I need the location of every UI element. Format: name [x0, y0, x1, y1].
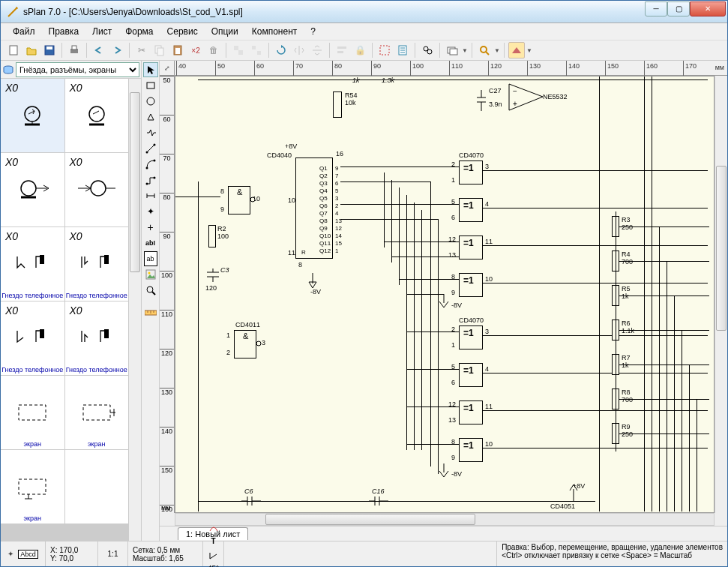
- view-mode-button[interactable]: [508, 42, 525, 58]
- paste-button[interactable]: [169, 42, 186, 58]
- tool-junction[interactable]: +: [143, 220, 158, 235]
- undo-button[interactable]: [91, 42, 107, 58]
- redo-button[interactable]: [109, 42, 125, 58]
- close-button[interactable]: ✕: [690, 2, 726, 16]
- tool-textbox[interactable]: ab: [144, 251, 157, 266]
- svg-rect-41: [104, 329, 109, 338]
- library-selector[interactable]: Гнёзда, разъёмы, экраны: [16, 62, 139, 77]
- svg-rect-40: [40, 329, 44, 338]
- menu-help[interactable]: ?: [304, 25, 322, 38]
- svg-rect-9: [234, 46, 238, 50]
- mirror-v-button[interactable]: [309, 42, 325, 58]
- menu-service[interactable]: Сервис: [161, 25, 204, 38]
- ruler-h-unit: мм: [715, 64, 724, 71]
- layer-dropdown-icon[interactable]: ▼: [462, 47, 468, 54]
- minimize-button[interactable]: ─: [645, 2, 667, 16]
- library-item[interactable]: X0 Гнездо телефонное: [1, 302, 64, 375]
- tool-zoom-area[interactable]: [143, 283, 158, 298]
- search-button[interactable]: [419, 42, 436, 58]
- library-item[interactable]: X0: [1, 153, 64, 226]
- delete-button[interactable]: 🗑: [205, 42, 222, 58]
- sheet-tabs: 1: Новый лист: [160, 526, 727, 541]
- library-item[interactable]: X0: [65, 153, 129, 226]
- svg-point-50: [147, 98, 154, 105]
- mirror-h-button[interactable]: [291, 42, 307, 58]
- menu-component[interactable]: Компонент: [246, 25, 304, 38]
- titlebar[interactable]: sPlan 7.0 - [C:\Users\Jenya\Downloads\St…: [1, 1, 727, 23]
- svg-rect-8: [175, 48, 180, 54]
- ungroup-button[interactable]: [248, 42, 265, 58]
- tool-dimension[interactable]: [143, 188, 158, 203]
- library-item[interactable]: экран: [65, 376, 129, 449]
- tool-pointer[interactable]: [143, 62, 158, 77]
- ruler-horizontal[interactable]: ⤢ 40 50 60 70 80 90 100 110 120 130 140 …: [160, 61, 727, 76]
- svg-rect-15: [380, 46, 389, 55]
- tool-node[interactable]: ✦: [143, 204, 158, 219]
- comp-r2[interactable]: [208, 225, 216, 248]
- new-button[interactable]: [5, 42, 22, 58]
- svg-rect-23: [450, 49, 457, 55]
- canvas-scroll-h[interactable]: [160, 513, 727, 526]
- menu-file[interactable]: Файл: [7, 25, 41, 38]
- tool-wire[interactable]: [143, 172, 158, 188]
- library-item[interactable]: X0 Гнездо телефонное: [1, 227, 64, 301]
- library-item[interactable]: X0: [1, 79, 64, 152]
- library-item[interactable]: X0 Гнездо телефонное: [65, 227, 129, 301]
- maximize-button[interactable]: ▢: [667, 2, 690, 16]
- tool-bezier[interactable]: [143, 157, 158, 172]
- tool-text[interactable]: abI: [143, 236, 158, 250]
- menu-options[interactable]: Опции: [205, 25, 244, 38]
- svg-rect-38: [40, 255, 44, 264]
- ruler-vertical[interactable]: 50 60 70 80 90 100 110 120 130 140 150 1…: [160, 76, 175, 513]
- library-scrollbar[interactable]: [128, 79, 141, 541]
- rotate-button[interactable]: [273, 42, 289, 58]
- canvas-scroll-v[interactable]: [715, 76, 727, 513]
- dup-button[interactable]: ×2: [187, 42, 204, 58]
- svg-rect-46: [19, 479, 46, 494]
- save-button[interactable]: [41, 42, 58, 58]
- copy-button[interactable]: [151, 42, 168, 58]
- menu-form[interactable]: Форма: [119, 25, 159, 38]
- print-button[interactable]: [66, 42, 82, 58]
- ruler-corner[interactable]: ⤢: [160, 61, 175, 75]
- svg-point-80: [256, 341, 261, 346]
- layer-button[interactable]: [444, 42, 460, 58]
- tool-special[interactable]: [143, 125, 158, 140]
- svg-point-61: [148, 272, 150, 274]
- tool-polygon[interactable]: [143, 110, 158, 124]
- canvas-area: ⤢ 40 50 60 70 80 90 100 110 120 130 140 …: [160, 61, 727, 541]
- tool-measure[interactable]: [143, 305, 158, 320]
- view-dropdown-icon[interactable]: ▼: [526, 47, 532, 54]
- status-y: Y: 70,0: [50, 554, 93, 562]
- library-item[interactable]: X0 Гнездо телефонное: [65, 302, 129, 375]
- select-all-button[interactable]: [376, 42, 393, 58]
- lock-button[interactable]: 🔒: [352, 42, 368, 58]
- status-angle-icon[interactable]: [208, 550, 219, 560]
- library-item[interactable]: экран: [1, 376, 64, 449]
- open-button[interactable]: [23, 42, 40, 58]
- tool-image[interactable]: [143, 267, 158, 282]
- svg-point-52: [153, 144, 155, 146]
- comp-r54[interactable]: [333, 92, 342, 118]
- zoom-button[interactable]: [476, 42, 493, 58]
- status-tool-text-icon[interactable]: T: [211, 537, 216, 545]
- tool-circle[interactable]: [143, 94, 158, 109]
- status-grid: Сетка: 0,5 мм: [133, 546, 198, 554]
- drawing-canvas[interactable]: R54 10k 1k 1.3k C27 3.9n −+ NE5532 +8V C…: [175, 76, 715, 513]
- svg-point-51: [145, 152, 148, 154]
- cut-button[interactable]: ✂: [133, 42, 150, 58]
- tool-rect[interactable]: [143, 78, 158, 93]
- library-item[interactable]: X0: [65, 79, 129, 152]
- svg-rect-4: [72, 46, 76, 50]
- library-item[interactable]: экран: [1, 450, 64, 524]
- menu-edit[interactable]: Правка: [43, 25, 85, 38]
- group-button[interactable]: [230, 42, 247, 58]
- status-ratio: 1:1: [98, 542, 128, 566]
- align-button[interactable]: [334, 42, 350, 58]
- app-icon: [7, 6, 19, 18]
- tool-line[interactable]: [143, 141, 158, 156]
- menu-sheet[interactable]: Лист: [86, 25, 118, 38]
- list-button[interactable]: [394, 42, 411, 58]
- statusbar: ✦ Abcd X: 170,0 Y: 70,0 1:1 Сетка: 0,5 м…: [1, 541, 727, 566]
- zoom-dropdown-icon[interactable]: ▼: [494, 47, 500, 54]
